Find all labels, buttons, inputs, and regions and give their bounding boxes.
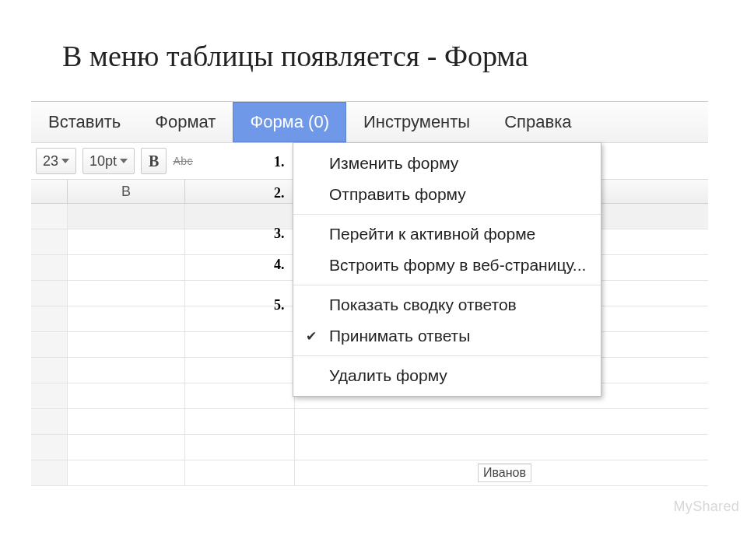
- row-num-cell[interactable]: [31, 460, 68, 485]
- menu-item-show-summary[interactable]: Показать сводку ответов: [293, 289, 601, 320]
- menu-item-send-form[interactable]: Отправить форму: [293, 179, 601, 210]
- cell[interactable]: [68, 383, 185, 408]
- menu-item-delete-form[interactable]: Удалить форму: [293, 360, 601, 391]
- spreadsheet-app: Вставить Формат Форма (0) Инструменты Сп…: [31, 101, 708, 553]
- table-row[interactable]: [31, 409, 708, 435]
- caret-down-icon: [120, 159, 128, 163]
- slide-title: В меню таблицы появляется - Форма: [62, 39, 528, 73]
- row-num-cell[interactable]: [31, 306, 68, 331]
- annotation-4: 4.: [274, 257, 285, 273]
- font-size-button[interactable]: 10pt: [82, 148, 135, 174]
- cell[interactable]: [68, 255, 185, 280]
- table-row[interactable]: [31, 460, 708, 486]
- row-num-cell[interactable]: [31, 255, 68, 280]
- menubar: Вставить Формат Форма (0) Инструменты Сп…: [31, 102, 708, 143]
- cell[interactable]: [185, 358, 295, 383]
- cell[interactable]: [68, 281, 185, 306]
- font-size-label: 10pt: [89, 153, 117, 170]
- menu-insert[interactable]: Вставить: [31, 102, 138, 142]
- cell[interactable]: [68, 306, 185, 331]
- annotation-1: 1.: [274, 154, 285, 170]
- watermark: MyShared: [674, 499, 739, 515]
- annotation-2: 2.: [274, 185, 285, 201]
- row-num-cell[interactable]: [31, 281, 68, 306]
- menu-help[interactable]: Справка: [487, 102, 588, 142]
- menu-format[interactable]: Формат: [138, 102, 233, 142]
- menu-separator: [293, 214, 601, 215]
- form-dropdown-menu: Изменить форму Отправить форму Перейти к…: [293, 142, 601, 397]
- caret-down-icon: [61, 159, 69, 163]
- cell[interactable]: [68, 204, 185, 229]
- bold-icon: B: [149, 152, 159, 170]
- menu-item-edit-form[interactable]: Изменить форму: [293, 148, 601, 179]
- corner-cell[interactable]: [31, 180, 68, 203]
- cell[interactable]: [68, 229, 185, 254]
- menu-form[interactable]: Форма (0): [233, 102, 346, 142]
- cell[interactable]: [185, 383, 295, 408]
- menu-item-goto-live-form[interactable]: Перейти к активной форме: [293, 219, 601, 250]
- number-format-button[interactable]: 23: [36, 148, 76, 174]
- row-num-cell[interactable]: [31, 204, 68, 229]
- row-num-cell[interactable]: [31, 332, 68, 357]
- cell[interactable]: [185, 460, 295, 485]
- menu-tools[interactable]: Инструменты: [346, 102, 487, 142]
- cell[interactable]: [185, 409, 295, 434]
- cell[interactable]: [68, 435, 185, 460]
- menu-separator: [293, 355, 601, 356]
- cell[interactable]: [185, 332, 295, 357]
- bold-button[interactable]: B: [141, 148, 167, 174]
- cell[interactable]: [68, 358, 185, 383]
- row-num-cell[interactable]: [31, 358, 68, 383]
- cell[interactable]: [68, 409, 185, 434]
- row-num-cell[interactable]: [31, 229, 68, 254]
- row-num-cell[interactable]: [31, 435, 68, 460]
- strikethrough-button[interactable]: Abc: [173, 155, 193, 167]
- cell[interactable]: [68, 460, 185, 485]
- number-format-label: 23: [43, 153, 58, 170]
- menu-item-accepting-responses[interactable]: Принимать ответы: [293, 320, 601, 352]
- row-num-cell[interactable]: [31, 383, 68, 408]
- table-row[interactable]: [31, 435, 708, 460]
- annotation-3: 3.: [274, 226, 285, 242]
- column-header-b[interactable]: B: [68, 180, 185, 203]
- menu-item-embed-form[interactable]: Встроить форму в веб-страницу...: [293, 250, 601, 281]
- partial-cell-snippet: Иванов: [478, 464, 531, 482]
- cell[interactable]: [68, 332, 185, 357]
- cell[interactable]: [185, 435, 295, 460]
- annotation-5: 5.: [274, 297, 285, 313]
- row-num-cell[interactable]: [31, 409, 68, 434]
- menu-separator: [293, 285, 601, 285]
